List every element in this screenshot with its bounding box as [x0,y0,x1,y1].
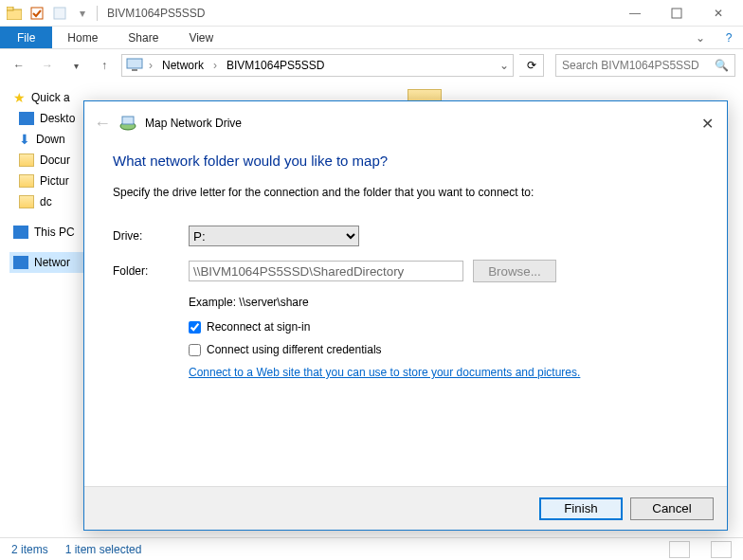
sidebar-item-label: Quick a [31,91,70,104]
finish-button[interactable]: Finish [539,497,623,520]
view-large-button[interactable] [711,541,732,558]
svg-rect-6 [132,69,137,71]
svg-rect-3 [54,8,65,19]
sidebar-item-label: This PC [34,226,75,239]
drive-select[interactable]: P: [189,226,359,246]
maximize-button[interactable] [656,0,698,27]
folder-icon [19,195,34,208]
sidebar-item-label: Networ [34,256,70,269]
star-icon: ★ [13,90,26,105]
recent-dropdown-icon[interactable]: ▾ [64,54,87,77]
window-title: BIVM1064PS5SSD [107,7,205,20]
qat-dropdown-icon[interactable]: ▾ [72,3,93,24]
dialog-back-icon[interactable]: ← [94,114,111,134]
drive-icon [118,115,137,132]
folder-label: Folder: [113,264,189,278]
qat-blank-icon[interactable] [49,3,70,24]
status-selected: 1 item selected [65,543,142,556]
navbar: ← → ▾ ↑ › Network › BIVM1064PS5SSD ⌄ ⟳ S… [0,49,743,81]
tab-view[interactable]: View [173,27,228,48]
chevron-right-icon[interactable]: › [211,59,219,72]
svg-rect-4 [672,9,681,18]
map-network-drive-dialog: ← Map Network Drive ✕ What network folde… [83,100,728,531]
diff-credentials-label: Connect using different credentials [207,343,382,356]
sidebar-item-label: Down [36,133,65,146]
back-button[interactable]: ← [8,54,30,77]
svg-rect-1 [7,7,13,10]
tab-share[interactable]: Share [113,27,173,48]
svg-rect-0 [7,9,22,20]
tab-home[interactable]: Home [52,27,113,48]
chevron-right-icon[interactable]: › [147,59,154,72]
breadcrumb-host[interactable]: BIVM1064PS5SSD [223,59,328,72]
dialog-title: Map Network Drive [145,117,242,130]
network-icon [13,256,28,269]
folder-input[interactable] [189,261,463,281]
search-icon: 🔍 [715,59,729,72]
reconnect-checkbox[interactable] [189,321,201,334]
qat-checkbox-icon[interactable] [27,3,47,24]
dialog-subtext: Specify the drive letter for the connect… [113,186,698,199]
browse-button[interactable]: Browse... [473,260,556,282]
statusbar: 2 items 1 item selected [0,537,743,560]
address-dropdown-icon[interactable]: ⌄ [499,59,509,72]
view-details-button[interactable] [669,541,690,558]
search-placeholder: Search BIVM1064PS5SSD [562,59,699,72]
breadcrumb-network[interactable]: Network [158,59,208,72]
sidebar-item-label: Pictur [40,174,69,188]
close-button[interactable]: ✕ [698,0,739,27]
cancel-button[interactable]: Cancel [630,497,714,520]
minimize-button[interactable]: — [614,0,656,27]
sidebar-item-label: Deskto [40,112,75,125]
desktop-icon [19,112,34,125]
svg-rect-2 [31,8,43,19]
tab-file[interactable]: File [0,27,52,48]
ribbon-expand-icon[interactable]: ⌄ [686,27,715,48]
drive-label: Drive: [113,229,189,243]
svg-rect-8 [122,117,134,124]
folder-icon [19,154,34,167]
diff-credentials-checkbox[interactable] [189,344,201,356]
download-icon: ⬇ [19,132,30,147]
pc-icon [13,226,28,239]
explorer-icon [4,3,25,24]
folder-icon [19,174,34,188]
ribbon: File Home Share View ⌄ ? [0,27,743,49]
up-button[interactable]: ↑ [93,54,116,77]
search-box[interactable]: Search BIVM1064PS5SSD 🔍 [555,54,735,77]
example-text: Example: \\server\share [189,296,698,309]
dialog-close-button[interactable]: ✕ [698,111,717,136]
pc-icon [126,58,143,73]
connect-website-link[interactable]: Connect to a Web site that you can use t… [189,366,698,379]
forward-button[interactable]: → [36,54,59,77]
help-icon[interactable]: ? [715,27,743,48]
address-bar[interactable]: › Network › BIVM1064PS5SSD ⌄ [121,54,514,77]
refresh-button[interactable]: ⟳ [519,54,544,77]
titlebar: ▾ BIVM1064PS5SSD — ✕ [0,0,743,27]
svg-rect-5 [127,59,142,68]
status-items: 2 items [11,543,48,556]
sidebar-item-label: dc [40,195,52,208]
dialog-heading: What network folder would you like to ma… [113,153,698,169]
reconnect-label: Reconnect at sign-in [207,320,310,334]
sidebar-item-label: Docur [40,154,70,167]
